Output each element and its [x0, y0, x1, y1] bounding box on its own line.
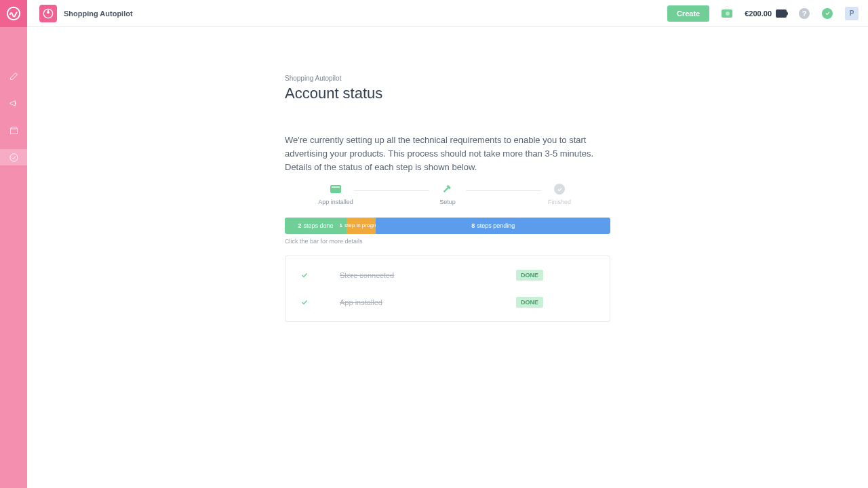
intro-text: We're currently setting up all the techn… — [285, 134, 610, 174]
page-title: Account status — [285, 85, 610, 102]
create-button[interactable]: Create — [667, 5, 709, 22]
wallet-icon — [776, 9, 787, 18]
svg-point-0 — [7, 7, 20, 20]
app-title: Shopping Autopilot — [64, 9, 133, 18]
svg-rect-1 — [10, 129, 17, 134]
progress-steps: App installed Setup Finished — [285, 184, 610, 205]
sidebar-item-store[interactable] — [0, 122, 27, 138]
status-badge: DONE — [516, 270, 543, 281]
megaphone-icon — [9, 98, 19, 108]
status-ok-icon[interactable] — [822, 8, 833, 19]
app-badge-icon — [39, 5, 57, 22]
step-row: Store connected DONE — [285, 262, 610, 289]
breadcrumb: Shopping Autopilot — [285, 75, 610, 82]
svg-point-2 — [9, 153, 17, 161]
store-chip-icon — [330, 185, 341, 193]
status-badge: DONE — [516, 297, 543, 308]
check-circle-icon — [9, 152, 19, 163]
progress-divider — [466, 190, 541, 191]
step-row: App installed DONE — [285, 289, 610, 316]
segment-in-progress[interactable]: 1step in progress — [347, 218, 376, 234]
compass-icon — [43, 8, 54, 19]
edit-icon — [9, 71, 19, 81]
check-icon — [296, 298, 313, 306]
app-logo-icon[interactable] — [0, 0, 27, 27]
check-icon — [296, 271, 313, 279]
sidebar-item-status[interactable] — [0, 149, 27, 165]
progress-step-setup: Setup — [424, 184, 471, 205]
credits-icon[interactable] — [722, 8, 732, 19]
progress-step-finished: Finished — [536, 184, 583, 205]
main: Shopping Autopilot Account status We're … — [27, 27, 868, 488]
bar-hint: Click the bar for more details — [285, 238, 610, 245]
progress-step-app-installed: App installed — [312, 184, 359, 205]
finish-check-icon — [554, 184, 565, 195]
progress-bar[interactable]: 2 steps done 1step in progress 8 steps p… — [285, 218, 610, 234]
segment-pending[interactable]: 8 steps pending — [376, 218, 610, 234]
segment-done[interactable]: 2 steps done — [285, 218, 347, 234]
chart-wave-icon — [6, 6, 21, 21]
step-label: Store connected — [340, 271, 489, 279]
balance[interactable]: €200.00 — [745, 9, 787, 18]
sidebar — [0, 0, 27, 488]
steps-card: Store connected DONE App installed DONE — [285, 256, 610, 322]
user-avatar[interactable]: P — [845, 7, 859, 20]
help-icon[interactable]: ? — [799, 8, 810, 19]
sidebar-item-campaigns[interactable] — [0, 95, 27, 111]
progress-divider — [354, 190, 429, 191]
topbar: Shopping Autopilot Create €200.00 ? P — [27, 0, 868, 27]
hammer-icon — [441, 184, 454, 195]
sidebar-item-edit[interactable] — [0, 68, 27, 84]
store-icon — [9, 125, 19, 136]
step-label: App installed — [340, 298, 489, 306]
balance-amount: €200.00 — [745, 9, 772, 18]
